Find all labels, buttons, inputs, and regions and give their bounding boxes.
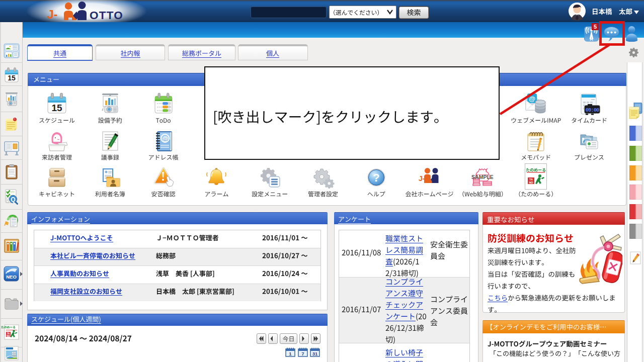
svg-text:SAMPLE: SAMPLE (472, 174, 494, 180)
svg-text:7: 7 (301, 351, 304, 356)
svg-text:31: 31 (312, 351, 318, 356)
svg-text:J-: J- (419, 174, 425, 183)
svg-text:Q: Q (11, 196, 15, 203)
svg-text:OTTO: OTTO (90, 9, 123, 22)
svg-text:NO: NO (529, 181, 534, 184)
svg-text:1: 1 (289, 351, 292, 356)
svg-text:?: ? (373, 171, 379, 184)
svg-text:NEO: NEO (6, 274, 17, 280)
svg-text:15: 15 (8, 74, 16, 82)
svg-text:@: @ (529, 95, 535, 103)
svg-text:15: 15 (51, 103, 62, 113)
svg-text:J-: J- (47, 8, 57, 21)
svg-text:NO: NO (7, 335, 10, 337)
svg-text:A: A (590, 37, 593, 42)
svg-text:@: @ (162, 135, 168, 142)
svg-text:09:00: 09:00 (586, 107, 599, 113)
